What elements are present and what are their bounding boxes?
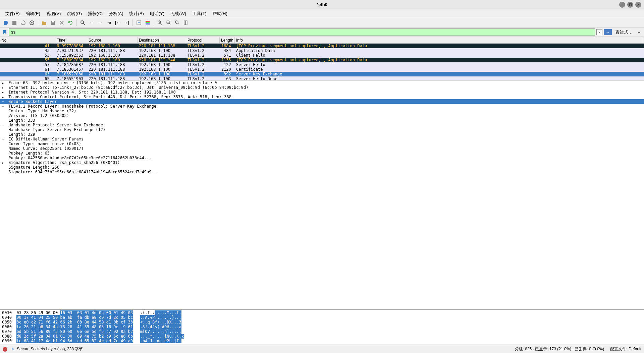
tree-expander-icon[interactable]: ▾	[2, 123, 6, 127]
packet-row[interactable]: 61 7.185301457220.181.111.188192.168.1.1…	[0, 67, 644, 72]
filter-clear-button[interactable]: ×	[596, 29, 602, 35]
tree-row[interactable]: Pubkey Length: 65	[0, 151, 644, 156]
tree-expander-icon[interactable]: ▾	[2, 137, 6, 141]
column-length[interactable]: Length	[220, 37, 235, 43]
tree-expander-icon[interactable]	[2, 170, 6, 174]
hex-row[interactable]: 0040 00 17 41 04 25 50 be ab fa db e8 c0…	[2, 315, 642, 320]
zoom-out-icon[interactable]	[165, 19, 172, 26]
tree-row[interactable]: ▾ EC Diffie-Hellman Server Params	[0, 137, 644, 141]
tree-expander-icon[interactable]	[2, 133, 6, 136]
menu-wireless[interactable]: 无线(W)	[168, 10, 189, 18]
zoom-reset-icon[interactable]	[174, 19, 181, 26]
tree-row[interactable]: ▸ Internet Protocol Version 4, Src: 220.…	[0, 90, 644, 95]
menu-capture[interactable]: 捕获(C)	[85, 10, 105, 18]
tree-expander-icon[interactable]	[2, 147, 6, 151]
packet-row[interactable]: 65 7.186551903220.181.111.188192.168.1.1…	[0, 76, 644, 80]
tree-row[interactable]: Length: 329	[0, 132, 644, 137]
tree-row[interactable]: Named Curve: secp256r1 (0x0017)	[0, 146, 644, 151]
menu-file[interactable]: 文件(F)	[3, 10, 22, 18]
tree-row[interactable]: Length: 333	[0, 118, 644, 123]
menu-edit[interactable]: 编辑(E)	[23, 10, 43, 18]
tree-expander-icon[interactable]: ▾	[2, 105, 6, 108]
packet-list-pane[interactable]: No. Time Source Destination Protocol Len…	[0, 37, 644, 80]
hex-row[interactable]: 0030 03 28 86 49 00 00 16 03 03 01 4d 0c…	[2, 310, 642, 315]
tree-row[interactable]: Content Type: Handshake (22)	[0, 109, 644, 113]
tree-expander-icon[interactable]: ▸	[2, 91, 6, 94]
menu-tools[interactable]: 工具(T)	[190, 10, 209, 18]
next-icon[interactable]: →	[97, 19, 104, 26]
tree-row[interactable]: ▸ Signature Algorithm: rsa_pkcs1_sha256 …	[0, 160, 644, 165]
hex-row[interactable]: 0080 d8 2c 5f 2a 04 01 01 00 69 4e 75 b2…	[2, 334, 642, 339]
find-icon[interactable]	[79, 19, 87, 26]
menu-analyze[interactable]: 分析(A)	[106, 10, 126, 18]
last-icon[interactable]: →|	[123, 19, 130, 26]
tree-row[interactable]: Version: TLS 1.2 (0x0303)	[0, 113, 644, 118]
tree-row[interactable]: ▸ Frame 63: 392 bytes on wire (3136 bits…	[0, 80, 644, 85]
tree-expander-icon[interactable]	[2, 152, 6, 155]
tree-row[interactable]: Handshake Type: Server Key Exchange (12)	[0, 127, 644, 132]
restart-capture-icon[interactable]	[19, 19, 27, 26]
filter-apply-button[interactable]: →	[604, 29, 612, 35]
tree-expander-icon[interactable]: ▸	[2, 161, 6, 165]
tree-expander-icon[interactable]: ▾	[2, 100, 6, 104]
hex-row[interactable]: 0090 fc 68 41 17 4a b1 94 6d cd 65 32 4c…	[2, 339, 642, 343]
tree-expander-icon[interactable]: ▸	[2, 95, 6, 99]
column-protocol[interactable]: Protocol	[186, 37, 220, 43]
packet-row[interactable]: 55 7.180097884192.168.1.100220.181.112.2…	[0, 58, 644, 62]
add-filter-button[interactable]: +	[636, 29, 642, 35]
expert-info-icon[interactable]	[3, 347, 7, 352]
packet-row[interactable]: 43 7.033711937220.181.111.188192.168.1.1…	[0, 48, 644, 53]
tree-expander-icon[interactable]	[2, 109, 6, 113]
tree-row[interactable]: ▸ Transmission Control Protocol, Src Por…	[0, 95, 644, 99]
maximize-button[interactable]: ◻	[627, 2, 633, 8]
tree-row[interactable]: Curve Type: named_curve (0x03)	[0, 141, 644, 146]
close-button[interactable]: ×	[635, 2, 641, 8]
column-time[interactable]: Time	[55, 37, 87, 43]
packet-row[interactable]: 41 6.997788864192.168.1.100220.181.111.1…	[0, 44, 644, 48]
packet-row[interactable]: 63 7.186527030220.181.111.188192.168.1.1…	[0, 72, 644, 76]
hex-row[interactable]: 0060 fa 26 21 a6 34 4a 73 28 41 39 48 05…	[2, 325, 642, 329]
hex-row[interactable]: 0070 6d 5b 51 56 89 f3 80 e0 0e 6e 5d f5…	[2, 329, 642, 334]
tree-expander-icon[interactable]: ▸	[2, 81, 6, 85]
display-filter-input[interactable]	[9, 28, 595, 36]
open-file-icon[interactable]	[41, 19, 48, 26]
column-destination[interactable]: Destination	[138, 37, 186, 43]
tree-row[interactable]: Pubkey: 042550beabfadbe8c07d2c05bc3ce0c2…	[0, 156, 644, 160]
tree-row[interactable]: ▾ TLSv1.2 Record Layer: Handshake Protoc…	[0, 104, 644, 109]
tree-expander-icon[interactable]	[2, 114, 6, 118]
menu-view[interactable]: 视图(V)	[44, 10, 63, 18]
autoscroll-icon[interactable]	[135, 19, 143, 26]
zoom-in-icon[interactable]	[156, 19, 164, 26]
capture-file-properties-icon[interactable]: ✎	[11, 347, 15, 352]
column-info[interactable]: Info	[235, 37, 644, 43]
close-file-icon[interactable]	[58, 19, 65, 26]
tree-row[interactable]: ▸ Ethernet II, Src: Tp-LinkT_27:b5:3c (8…	[0, 85, 644, 90]
save-file-icon[interactable]	[49, 19, 57, 26]
packet-row[interactable]: 53 7.155892353192.168.1.100220.181.111.1…	[0, 53, 644, 58]
tree-row[interactable]: Signature: 694e75b2c95ce66bfc6841174ab19…	[0, 170, 644, 174]
tree-row[interactable]: ▾ Handshake Protocol: Server Key Exchang…	[0, 123, 644, 127]
goto-icon[interactable]: ⇥	[105, 19, 113, 26]
packet-bytes-pane[interactable]: 0030 03 28 86 49 00 00 16 03 03 01 4d 0c…	[0, 310, 644, 345]
packet-row[interactable]: 57 7.184785687220.181.111.188192.168.1.1…	[0, 62, 644, 67]
tree-expander-icon[interactable]	[2, 142, 6, 146]
menu-help[interactable]: 帮助(H)	[210, 10, 230, 18]
tree-expander-icon[interactable]	[2, 166, 6, 169]
status-profile[interactable]: 配置文件: Default	[610, 346, 641, 352]
menu-go[interactable]: 跳转(G)	[64, 10, 85, 18]
tree-expander-icon[interactable]	[2, 119, 6, 122]
start-capture-icon[interactable]	[2, 19, 9, 26]
reload-icon[interactable]	[67, 19, 74, 26]
prev-icon[interactable]: ←	[88, 19, 95, 26]
packet-details-pane[interactable]: ▸ Frame 63: 392 bytes on wire (3136 bits…	[0, 80, 644, 310]
menu-telephony[interactable]: 电话(Y)	[147, 10, 167, 18]
packet-list-header[interactable]: No. Time Source Destination Protocol Len…	[0, 37, 644, 44]
column-no[interactable]: No.	[0, 37, 55, 43]
tree-expander-icon[interactable]	[2, 156, 6, 160]
capture-options-icon[interactable]	[28, 19, 36, 26]
tree-row[interactable]: Signature Length: 256	[0, 165, 644, 170]
tree-expander-icon[interactable]	[2, 128, 6, 132]
colorize-icon[interactable]	[144, 19, 151, 26]
menu-statistics[interactable]: 统计(S)	[126, 10, 146, 18]
column-source[interactable]: Source	[87, 37, 138, 43]
